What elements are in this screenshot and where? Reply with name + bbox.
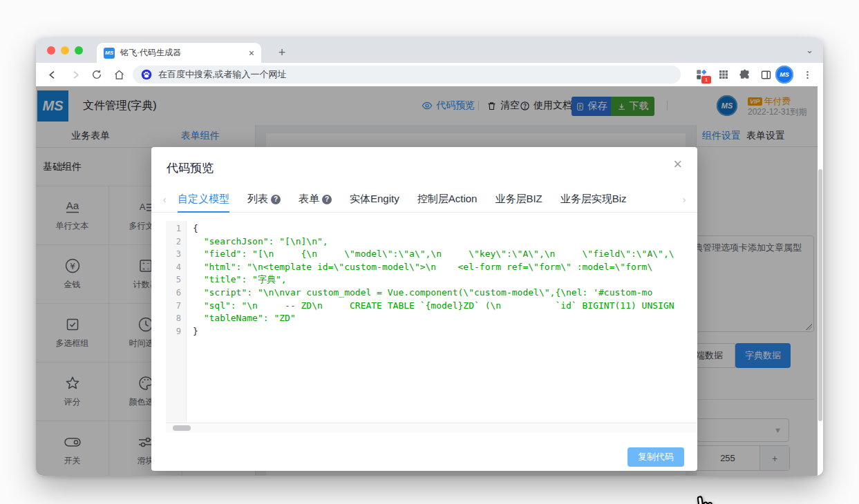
modal-tabs: 自定义模型列表?表单?实体Engity控制层Action业务层BIZ业务层实现B… [178, 186, 627, 212]
page-scrollbar-thumb[interactable] [818, 169, 822, 421]
line-number: 8 [166, 312, 186, 325]
line-number: 5 [166, 273, 186, 287]
line-number: 6 [166, 287, 186, 300]
address-text: 在百度中搜索,或者输入一个网址 [158, 68, 287, 81]
modal-tab[interactable]: 业务层实现Biz [560, 186, 627, 212]
screenshot-stage: MS 铭飞·代码生成器 × + ⌄ [0, 0, 859, 504]
traffic-close-button[interactable] [47, 46, 55, 55]
copy-code-button[interactable]: 复制代码 [627, 447, 684, 467]
tabs-next-icon[interactable]: › [677, 194, 692, 205]
forward-icon[interactable] [68, 68, 82, 81]
modal-tab[interactable]: 自定义模型 [178, 186, 229, 212]
traffic-zoom-button[interactable] [75, 46, 83, 55]
side-panel-icon[interactable] [759, 68, 773, 81]
code-preview-modal: 代码预览 × ‹ 自定义模型列表?表单?实体Engity控制层Action业务层… [151, 147, 697, 471]
browser-window: MS 铭飞·代码生成器 × + ⌄ [36, 38, 823, 476]
line-number: 9 [166, 325, 186, 338]
line-number: 3 [166, 248, 186, 261]
back-icon[interactable] [46, 68, 59, 81]
modal-tab[interactable]: 表单? [299, 186, 332, 212]
code-line: "field": "[\n {\n \"model\":\"a\",\n \"k… [187, 248, 697, 261]
code-line: "sql": "\n -- ZD\n CREATE TABLE `{model}… [187, 300, 697, 313]
home-icon[interactable] [112, 68, 126, 81]
modal-tab[interactable]: 业务层BIZ [495, 186, 542, 212]
line-number: 4 [166, 261, 186, 274]
modal-tab-label: 控制层Action [417, 193, 478, 206]
line-number: 1 [166, 222, 186, 235]
browser-tab[interactable]: MS 铭飞·代码生成器 × [97, 43, 261, 63]
modal-tab-label: 实体Engity [350, 193, 399, 206]
tab-search-chevron-icon[interactable]: ⌄ [806, 45, 813, 55]
extension-shortcut-icon[interactable]: 1 [695, 68, 708, 81]
modal-tab[interactable]: 列表? [247, 186, 281, 212]
avatar-text: MS [775, 66, 793, 84]
modal-tabbar: ‹ 自定义模型列表?表单?实体Engity控制层Action业务层BIZ业务层实… [151, 186, 697, 213]
tab-title: 铭飞·代码生成器 [120, 47, 245, 59]
horizontal-scrollbar[interactable] [166, 423, 697, 433]
line-number: 7 [166, 300, 186, 313]
traffic-minimize-button[interactable] [61, 46, 69, 55]
modal-tab[interactable]: 控制层Action [417, 186, 478, 212]
help-icon[interactable]: ? [322, 195, 332, 204]
line-number: 2 [166, 235, 186, 249]
code-editor[interactable]: 123456789 { "searchJson": "[\n]\n", "fie… [166, 221, 697, 433]
hand-cursor-icon [690, 492, 719, 504]
extension-badge: 1 [701, 75, 712, 84]
code-line: "html": "\n<template id=\"custom-model\"… [187, 261, 697, 274]
page-viewport: MS 文件管理(字典) 代码预览 清空 使用文档 保存 [36, 86, 818, 476]
baidu-icon [141, 69, 152, 80]
horizontal-scrollbar-thumb[interactable] [173, 425, 191, 431]
line-number-gutter: 123456789 [166, 221, 187, 423]
code-line: } [187, 325, 697, 338]
modal-tab-label: 列表 [247, 193, 268, 206]
extensions-puzzle-icon[interactable] [737, 68, 751, 81]
code-line: "script": "\n\nvar custom_model = Vue.co… [187, 287, 697, 300]
code-line: "title": "字典", [187, 273, 697, 287]
page-scrollbar[interactable] [818, 86, 823, 476]
code-line: { [187, 222, 697, 235]
browser-tabstrip: MS 铭飞·代码生成器 × + ⌄ [36, 38, 823, 63]
modal-tab-label: 业务层BIZ [495, 193, 542, 206]
modal-tab-label: 表单 [299, 193, 319, 206]
site-favicon: MS [104, 48, 115, 59]
apps-grid-icon[interactable] [717, 68, 730, 81]
tabs-prev-icon[interactable]: ‹ [157, 194, 172, 205]
address-bar[interactable]: 在百度中搜索,或者输入一个网址 [133, 66, 681, 84]
modal-title: 代码预览 [167, 160, 214, 176]
new-tab-button[interactable]: + [272, 43, 292, 62]
help-icon[interactable]: ? [271, 195, 281, 204]
modal-tab[interactable]: 实体Engity [350, 186, 399, 212]
modal-tab-label: 业务层实现Biz [560, 193, 627, 206]
modal-close-icon[interactable]: × [673, 157, 682, 172]
code-area: { "searchJson": "[\n]\n", "field": "[\n … [187, 221, 697, 423]
close-tab-icon[interactable]: × [249, 48, 254, 59]
menu-kebab-icon[interactable] [800, 68, 814, 81]
profile-avatar[interactable]: MS [775, 66, 793, 84]
code-line: "tableName": "ZD" [187, 312, 697, 325]
code-line: "searchJson": "[\n]\n", [187, 235, 697, 249]
modal-tab-label: 自定义模型 [178, 193, 229, 206]
browser-toolbar: 在百度中搜索,或者输入一个网址 1 MS [36, 63, 823, 86]
reload-icon[interactable] [90, 68, 104, 81]
